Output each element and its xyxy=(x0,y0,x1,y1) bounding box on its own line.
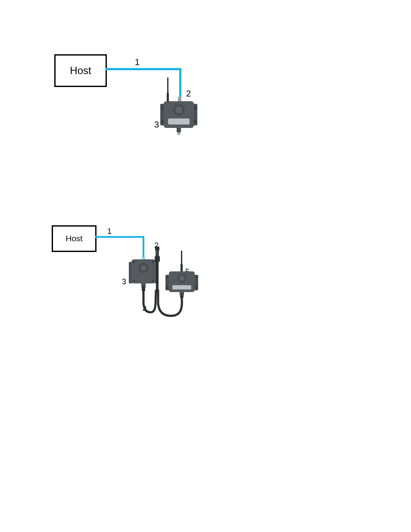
svg-rect-13 xyxy=(177,128,181,132)
svg-point-11 xyxy=(175,106,182,113)
svg-point-35 xyxy=(196,277,197,278)
cable-blue-horizontal xyxy=(106,68,181,70)
svg-point-7 xyxy=(162,121,164,123)
svg-rect-12 xyxy=(168,118,190,124)
svg-rect-31 xyxy=(181,264,183,272)
host-box: Host xyxy=(54,54,107,87)
svg-rect-27 xyxy=(156,251,159,256)
svg-point-40 xyxy=(179,276,184,281)
svg-rect-28 xyxy=(155,256,160,262)
cable-blue-vertical xyxy=(143,236,144,258)
cable-blue-horizontal xyxy=(95,236,144,238)
svg-point-20 xyxy=(133,261,135,263)
svg-rect-42 xyxy=(180,292,184,296)
svg-rect-41 xyxy=(172,285,191,289)
wireless-device-icon xyxy=(165,251,199,298)
callout-3: 3 xyxy=(154,120,159,130)
svg-point-6 xyxy=(194,107,196,109)
callout-1: 1 xyxy=(135,57,140,67)
svg-point-5 xyxy=(162,107,164,109)
svg-point-8 xyxy=(194,121,196,123)
svg-point-19 xyxy=(141,265,146,271)
wireless-device-icon xyxy=(159,75,198,140)
diagram-b: Host 1 2 3 4 5 xyxy=(0,172,411,366)
host-label: Host xyxy=(65,234,82,243)
svg-point-22 xyxy=(133,280,135,282)
host-label: Host xyxy=(70,65,91,77)
svg-point-37 xyxy=(196,287,197,289)
svg-rect-14 xyxy=(177,132,180,135)
callout-1: 1 xyxy=(107,227,112,236)
diagram-a: Host 1 2 3 xyxy=(0,0,411,172)
callout-3: 3 xyxy=(122,277,126,286)
svg-rect-26 xyxy=(155,246,159,251)
svg-point-34 xyxy=(167,277,168,278)
svg-rect-43 xyxy=(180,296,184,298)
svg-point-36 xyxy=(167,287,168,289)
host-box: Host xyxy=(52,225,97,252)
